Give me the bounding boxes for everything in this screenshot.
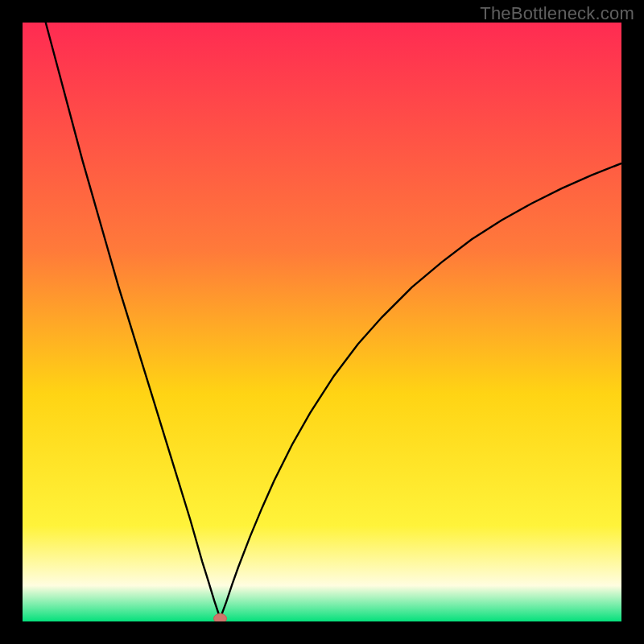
watermark-label: TheBottleneck.com [480,3,634,24]
bottleneck-curve [23,23,621,621]
optimal-marker [214,613,227,621]
plot-area [23,23,621,621]
chart-frame: TheBottleneck.com [0,0,644,644]
curve-line [23,23,621,618]
